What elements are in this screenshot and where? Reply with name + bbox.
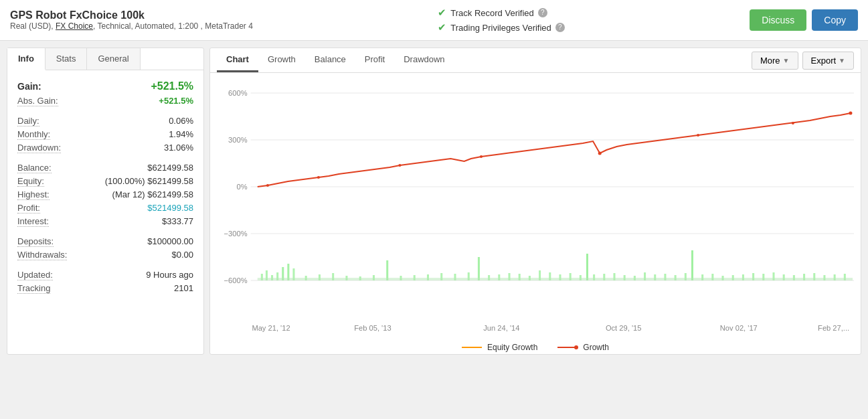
svg-text:Nov 02, '17: Nov 02, '17 xyxy=(720,324,758,332)
svg-text:Oct 29, '15: Oct 29, '15 xyxy=(606,324,641,332)
svg-point-76 xyxy=(792,122,794,124)
monthly-label: Monthly: xyxy=(17,129,50,140)
help-icon-2[interactable]: ? xyxy=(555,23,565,32)
export-label: Export xyxy=(811,56,837,66)
svg-point-72 xyxy=(398,164,401,167)
left-tab-bar: Info Stats General xyxy=(7,48,203,70)
tab-general[interactable]: General xyxy=(87,48,140,70)
svg-text:−600%: −600% xyxy=(224,276,248,284)
chart-tab-bar: Chart Growth Balance Profit Drawdown Mor… xyxy=(210,48,861,73)
svg-rect-69 xyxy=(258,278,853,280)
tracking-value: 2101 xyxy=(174,283,193,293)
svg-point-71 xyxy=(317,176,320,179)
abs-gain-value: +521.5% xyxy=(159,96,193,106)
right-panel: Chart Growth Balance Profit Drawdown Mor… xyxy=(209,48,861,355)
svg-text:Feb 27,...: Feb 27,... xyxy=(818,324,849,332)
tab-growth[interactable]: Growth xyxy=(258,48,305,72)
svg-rect-31 xyxy=(478,257,480,280)
svg-text:600%: 600% xyxy=(228,89,248,97)
tab-chart[interactable]: Chart xyxy=(217,48,258,72)
growth-line-icon xyxy=(557,347,578,348)
monthly-value: 1.94% xyxy=(169,129,193,139)
svg-rect-24 xyxy=(386,260,388,280)
page-header: GPS Robot FxChoice 100k Real (USD), FX C… xyxy=(0,0,868,41)
monthly-row: Monthly: 1.94% xyxy=(17,128,193,141)
tab-balance[interactable]: Balance xyxy=(305,48,355,72)
profit-row: Profit: $521499.58 xyxy=(17,201,193,215)
check-icon-2: ✔ xyxy=(438,21,446,33)
tracking-row: Tracking 2101 xyxy=(17,282,193,295)
profit-value: $521499.58 xyxy=(147,203,193,213)
svg-rect-0 xyxy=(217,80,854,334)
withdrawals-value: $0.00 xyxy=(171,250,193,260)
copy-button[interactable]: Copy xyxy=(812,9,858,31)
export-arrow-icon: ▼ xyxy=(839,57,845,64)
chart-legend: Equity Growth Growth xyxy=(217,336,854,359)
updated-label: Updated: xyxy=(17,270,53,280)
gain-label: Gain: xyxy=(17,81,41,92)
trading-privileges-verified: ✔ Trading Privileges Verified ? xyxy=(438,21,565,33)
deposits-value: $100000.00 xyxy=(147,236,193,246)
chart-toolbar: More ▼ Export ▼ xyxy=(752,52,854,70)
tab-info[interactable]: Info xyxy=(7,48,46,70)
svg-point-73 xyxy=(480,155,483,158)
content-area: Info Stats General Gain: +521.5% Abs. Ga… xyxy=(0,41,868,361)
svg-text:Feb 05, '13: Feb 05, '13 xyxy=(354,324,391,332)
info-content: Gain: +521.5% Abs. Gain: +521.5% Daily: … xyxy=(7,70,203,303)
discuss-button[interactable]: Discuss xyxy=(750,9,806,31)
track-record-verified: ✔ Track Record Verified ? xyxy=(438,7,565,19)
abs-gain-label: Abs. Gain: xyxy=(17,96,58,106)
balance-row: Balance: $621499.58 xyxy=(17,161,193,175)
tab-stats[interactable]: Stats xyxy=(46,48,88,70)
equity-growth-label: Equity Growth xyxy=(487,343,537,352)
growth-label: Growth xyxy=(583,343,609,352)
balance-label: Balance: xyxy=(17,163,52,173)
more-button[interactable]: More ▼ xyxy=(752,52,798,70)
equity-row: Equity: (100.00%) $621499.58 xyxy=(17,175,193,188)
svg-point-77 xyxy=(849,112,852,115)
help-icon-1[interactable]: ? xyxy=(538,8,547,17)
equity-growth-line-icon xyxy=(462,347,482,348)
svg-point-75 xyxy=(697,134,699,137)
header-subtitle: Real (USD), FX Choice, Technical, Automa… xyxy=(10,21,253,31)
svg-text:0%: 0% xyxy=(236,183,247,191)
verification-section: ✔ Track Record Verified ? ✔ Trading Priv… xyxy=(438,7,565,33)
check-icon-1: ✔ xyxy=(438,7,446,19)
tracking-label: Tracking xyxy=(17,283,50,294)
gain-value: +521.5% xyxy=(151,80,193,92)
verified-text-1: Track Record Verified xyxy=(450,8,534,18)
drawdown-value: 31.06% xyxy=(164,143,193,153)
chart-area: 600% 300% 0% −300% −600% xyxy=(210,73,861,354)
svg-rect-42 xyxy=(586,254,588,280)
export-button[interactable]: Export ▼ xyxy=(802,52,854,70)
svg-text:300%: 300% xyxy=(228,136,248,144)
profit-label: Profit: xyxy=(17,203,40,214)
equity-value: (100.00%) $621499.58 xyxy=(105,176,193,186)
balance-value: $621499.58 xyxy=(147,163,193,173)
daily-label: Daily: xyxy=(17,116,39,127)
interest-value: $333.77 xyxy=(162,216,193,226)
tab-profit[interactable]: Profit xyxy=(355,48,394,72)
equity-label: Equity: xyxy=(17,176,44,187)
svg-text:May 21, '12: May 21, '12 xyxy=(252,324,290,332)
deposits-row: Deposits: $100000.00 xyxy=(17,235,193,248)
tab-drawdown[interactable]: Drawdown xyxy=(394,48,454,72)
legend-equity-growth: Equity Growth xyxy=(462,343,537,352)
abs-gain-row: Abs. Gain: +521.5% xyxy=(17,94,193,108)
withdrawals-row: Withdrawals: $0.00 xyxy=(17,248,193,262)
daily-value: 0.06% xyxy=(169,116,193,126)
verified-text-2: Trading Privileges Verified xyxy=(450,23,551,33)
interest-label: Interest: xyxy=(17,216,49,227)
highest-value: (Mar 12) $621499.58 xyxy=(112,189,193,199)
svg-text:Jun 24, '14: Jun 24, '14 xyxy=(483,324,519,332)
legend-growth: Growth xyxy=(557,343,609,352)
more-label: More xyxy=(760,56,780,66)
gain-row: Gain: +521.5% xyxy=(17,78,193,94)
highest-row: Highest: (Mar 12) $621499.58 xyxy=(17,188,193,201)
updated-value: 9 Hours ago xyxy=(146,270,193,280)
highest-label: Highest: xyxy=(17,189,50,200)
updated-row: Updated: 9 Hours ago xyxy=(17,268,193,282)
fx-choice-link[interactable]: FX Choice xyxy=(56,21,93,31)
svg-point-70 xyxy=(266,184,269,187)
header-left: GPS Robot FxChoice 100k Real (USD), FX C… xyxy=(10,9,253,31)
